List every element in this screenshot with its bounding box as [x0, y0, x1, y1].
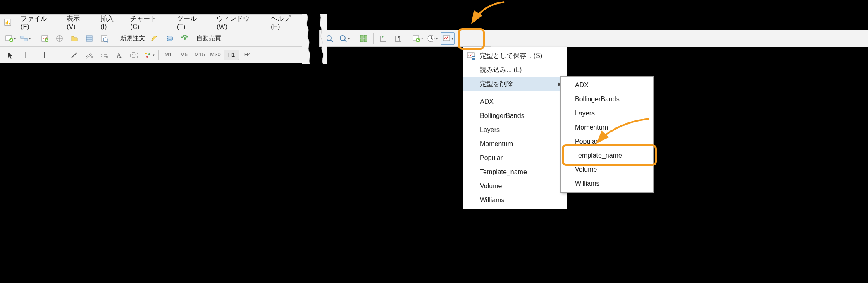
metaeditor-button[interactable] [148, 33, 162, 44]
template-item-label: Volume [480, 182, 562, 190]
timeframe-m15[interactable]: M15 [192, 50, 207, 60]
blank-icon [467, 168, 476, 177]
zoom-out-button[interactable] [338, 33, 351, 44]
indicators-button[interactable] [411, 33, 424, 44]
text-button[interactable]: A [112, 49, 126, 61]
template-item-label: Template_name [480, 168, 562, 176]
save-template-label: 定型として保存... (S) [480, 52, 562, 60]
save-template-icon [467, 51, 476, 60]
svg-rect-16 [101, 36, 107, 41]
delete-template-subitem[interactable]: Williams [561, 177, 653, 191]
templates-button[interactable] [441, 32, 455, 45]
template-item[interactable]: Template_name [463, 165, 567, 179]
menu-item[interactable]: ツール (T) [171, 15, 211, 30]
chart-shift-button[interactable] [377, 33, 390, 44]
save-template-item[interactable]: 定型として保存... (S) [463, 49, 567, 63]
delete-template-item[interactable]: 定型を削除 ▶ [463, 77, 567, 91]
separator [408, 33, 408, 44]
svg-point-23 [184, 37, 186, 40]
svg-line-31 [344, 40, 346, 42]
horizontal-line-button[interactable] [53, 49, 66, 61]
svg-line-18 [107, 41, 108, 42]
svg-rect-33 [360, 35, 363, 38]
template-item[interactable]: Layers [463, 123, 567, 137]
strategy-tester-button[interactable] [98, 33, 111, 44]
periodicity-button[interactable] [426, 33, 439, 44]
menu-item[interactable]: 挿入(I) [95, 15, 124, 30]
svg-line-52 [72, 53, 77, 58]
svg-point-64 [148, 53, 150, 55]
svg-point-63 [145, 53, 147, 54]
delete-template-subitem[interactable]: Template_name [561, 149, 653, 163]
svg-rect-7 [24, 38, 27, 41]
text-label-button[interactable]: T [127, 49, 141, 61]
blank-icon [467, 111, 476, 120]
timeframe-m30[interactable]: M30 [208, 50, 223, 60]
separator [35, 33, 35, 44]
zoom-in-button[interactable] [323, 33, 336, 44]
timeframe-h4[interactable]: H4 [240, 50, 255, 60]
blank-icon [467, 182, 476, 191]
timeframe-m5[interactable]: M5 [176, 50, 191, 60]
toolbar-right-strip [491, 30, 868, 47]
menu-item[interactable]: ヘルプ (H) [265, 15, 305, 30]
load-template-label: 読み込み... (L) [480, 66, 562, 74]
profiles-button[interactable] [19, 33, 32, 44]
template-list: ADXBollingerBandsLayersMomentumPopularTe… [463, 95, 567, 207]
timeframe-h1[interactable]: H1 [224, 50, 239, 60]
svg-rect-35 [360, 39, 363, 42]
template-item[interactable]: Momentum [463, 137, 567, 151]
data-window-button[interactable] [53, 33, 66, 44]
terminal-button[interactable] [83, 33, 96, 44]
template-item[interactable]: Williams [463, 193, 567, 207]
template-item-label: Layers [480, 126, 562, 134]
vertical-line-button[interactable] [38, 49, 51, 61]
delete-template-subitem[interactable]: Volume [561, 163, 653, 177]
svg-point-65 [146, 56, 148, 58]
template-item[interactable]: ADX [463, 95, 567, 109]
new-order-label: 新規注文 [120, 34, 145, 42]
menu-item[interactable]: 表示 (V) [61, 15, 95, 30]
market-watch-button[interactable] [38, 33, 51, 44]
new-order-button[interactable]: 新規注文 [116, 33, 148, 44]
separator [373, 33, 374, 44]
trendline-button[interactable] [68, 49, 81, 61]
template-item[interactable]: Popular [463, 151, 567, 165]
menu-bar: ファイル (F)表示 (V)挿入(I)チャート (C)ツール (T)ウィンドウ … [0, 14, 306, 30]
new-chart-button[interactable] [4, 33, 17, 44]
svg-text:A: A [117, 52, 122, 59]
auto-scroll-button[interactable] [391, 33, 405, 44]
autotrading-button[interactable]: 自動売買 [192, 33, 224, 44]
fibonacci-button[interactable]: F [98, 49, 111, 61]
timeframe-m1[interactable]: M1 [161, 50, 176, 60]
delete-template-subitem[interactable]: ADX [561, 78, 653, 92]
menu-separator [466, 93, 564, 93]
blank-icon [467, 196, 476, 205]
menu-item[interactable]: ファイル (F) [15, 15, 61, 30]
templates-dropdown: 定型として保存... (S) 読み込み... (L) 定型を削除 ▶ ADXBo… [463, 47, 567, 209]
separator [354, 33, 354, 44]
blank-icon [467, 65, 476, 74]
delete-template-subitem[interactable]: Layers [561, 106, 653, 120]
signals-button[interactable] [178, 33, 191, 44]
options-button[interactable] [163, 33, 176, 44]
cursor-button[interactable] [4, 49, 17, 61]
menu-item[interactable]: チャート (C) [124, 15, 171, 30]
arrows-button[interactable] [142, 49, 155, 61]
tile-windows-button[interactable] [357, 33, 370, 44]
crosshair-button[interactable] [19, 49, 32, 61]
timeframes: M1M5M15M30H1H4 [161, 50, 255, 60]
menu-item[interactable]: ウィンドウ (W) [211, 15, 265, 30]
delete-template-subitem[interactable]: BollingerBands [561, 92, 653, 106]
template-item[interactable]: Volume [463, 179, 567, 193]
toolbar-row-1-left: 新規注文 自動売買 [0, 30, 306, 47]
delete-template-subitem[interactable]: Popular [561, 134, 653, 149]
template-item-label: ADX [480, 98, 562, 106]
delete-template-subitem[interactable]: Momentum [561, 120, 653, 134]
blank-icon [467, 125, 476, 134]
equidistant-channel-button[interactable]: E [83, 49, 96, 61]
load-template-item[interactable]: 読み込み... (L) [463, 63, 567, 77]
navigator-button[interactable] [68, 33, 81, 44]
autotrading-label: 自動売買 [196, 34, 221, 42]
template-item[interactable]: BollingerBands [463, 109, 567, 123]
